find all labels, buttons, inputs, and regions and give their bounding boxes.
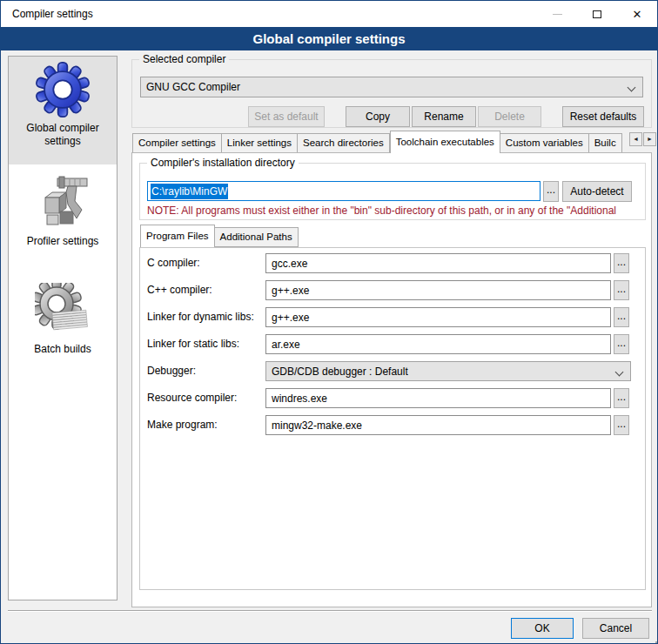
- copy-button[interactable]: Copy: [346, 106, 410, 127]
- static-linker-input[interactable]: [265, 334, 611, 354]
- reset-defaults-button[interactable]: Reset defaults: [562, 106, 644, 127]
- caliper-icon: [9, 175, 117, 233]
- dynamic-linker-input[interactable]: [265, 307, 611, 327]
- cancel-button[interactable]: Cancel: [582, 618, 649, 639]
- subtab-program-files[interactable]: Program Files: [140, 225, 215, 247]
- browse-cpp-compiler-button[interactable]: ...: [614, 280, 629, 300]
- form-row: C++ compiler: ...: [140, 280, 645, 300]
- selected-compiler-group-label: Selected compiler: [139, 53, 229, 65]
- dialog-header: Global compiler settings: [1, 27, 657, 50]
- chevron-down-icon: [615, 368, 624, 377]
- sidebar-item-label: Global compiler settings: [9, 122, 117, 148]
- tab-scroll-left-button[interactable]: ◄: [629, 132, 642, 146]
- browse-make-program-button[interactable]: ...: [614, 415, 629, 435]
- static-linker-label: Linker for static libs:: [147, 334, 264, 354]
- close-button[interactable]: ✕: [617, 1, 657, 27]
- browse-dynamic-linker-button[interactable]: ...: [614, 307, 629, 327]
- resource-compiler-input[interactable]: [265, 388, 611, 408]
- form-row: C compiler: ...: [140, 253, 645, 273]
- subtab-bar: Program Files Additional Paths: [140, 225, 299, 247]
- delete-button: Delete: [478, 106, 541, 127]
- tab-scroll-right-button[interactable]: ►: [643, 132, 656, 146]
- cpp-compiler-label: C++ compiler:: [147, 280, 264, 300]
- browse-resource-compiler-button[interactable]: ...: [614, 388, 629, 408]
- install-dir-group-label: Compiler's installation directory: [147, 157, 299, 169]
- make-program-input[interactable]: [265, 415, 611, 435]
- compiler-select-value: GNU GCC Compiler: [146, 81, 240, 93]
- toolchain-executables-panel: Compiler's installation directory C:\ray…: [131, 152, 652, 607]
- install-dir-group: Compiler's installation directory C:\ray…: [139, 163, 646, 220]
- minimize-icon: [553, 14, 562, 15]
- blue-gear-icon: [9, 62, 117, 120]
- form-row: Make program: ...: [140, 415, 645, 435]
- browse-c-compiler-button[interactable]: ...: [614, 253, 629, 273]
- maximize-icon: [593, 10, 601, 18]
- tab-bar: Compiler settings Linker settings Search…: [132, 131, 628, 153]
- tab-custom-variables[interactable]: Custom variables: [500, 133, 589, 153]
- debugger-select-value: GDB/CDB debugger : Default: [272, 366, 408, 378]
- tab-scroll-buttons: ◄ ►: [629, 132, 656, 146]
- arrow-left-icon: ◄: [633, 136, 639, 142]
- install-dir-selected-text: C:\raylib\MinGW: [151, 184, 228, 199]
- dynamic-linker-label: Linker for dynamic libs:: [147, 307, 264, 327]
- resize-grip[interactable]: [652, 638, 654, 640]
- form-row: Debugger: GDB/CDB debugger : Default: [140, 361, 645, 381]
- tab-build-options[interactable]: Builc: [589, 133, 622, 153]
- program-files-panel: C compiler: ... C++ compiler: ... Linker…: [139, 247, 646, 590]
- sidebar-item-global-compiler-settings[interactable]: Global compiler settings: [9, 57, 117, 164]
- browse-static-linker-button[interactable]: ...: [614, 334, 629, 354]
- browse-install-dir-button[interactable]: ...: [543, 181, 559, 202]
- gray-gear-stack-icon: [9, 283, 117, 341]
- c-compiler-input[interactable]: [265, 253, 611, 273]
- compiler-select[interactable]: GNU GCC Compiler: [140, 77, 643, 97]
- sidebar-item-batch-builds[interactable]: Batch builds: [9, 278, 117, 372]
- cpp-compiler-input[interactable]: [265, 280, 611, 300]
- arrow-right-icon: ►: [647, 136, 653, 142]
- selected-compiler-group: Selected compiler GNU GCC Compiler Set a…: [131, 59, 652, 128]
- form-row: Linker for dynamic libs: ...: [140, 307, 645, 327]
- tab-linker-settings[interactable]: Linker settings: [222, 133, 298, 153]
- resource-compiler-label: Resource compiler:: [147, 388, 264, 408]
- c-compiler-label: C compiler:: [147, 253, 264, 273]
- ok-button[interactable]: OK: [511, 618, 574, 639]
- minimize-button: [537, 1, 577, 27]
- caption-buttons: ✕: [537, 1, 657, 27]
- close-icon: ✕: [633, 9, 642, 20]
- rename-button[interactable]: Rename: [412, 106, 476, 127]
- maximize-button[interactable]: [577, 1, 617, 27]
- note-text: NOTE: All programs must exist either in …: [147, 205, 640, 217]
- window-title: Compiler settings: [12, 1, 93, 27]
- sidebar: Global compiler settings: [8, 56, 118, 600]
- sidebar-item-profiler-settings[interactable]: Profiler settings: [9, 170, 117, 264]
- compiler-settings-dialog: Compiler settings ✕ Global compiler sett…: [0, 0, 658, 644]
- set-as-default-button: Set as default: [248, 106, 325, 127]
- install-dir-input[interactable]: C:\raylib\MinGW: [147, 181, 540, 201]
- auto-detect-button[interactable]: Auto-detect: [562, 181, 632, 202]
- subtab-additional-paths[interactable]: Additional Paths: [215, 227, 299, 247]
- chevron-down-icon: [628, 84, 636, 92]
- sidebar-item-label: Batch builds: [9, 343, 117, 356]
- tab-search-directories[interactable]: Search directories: [298, 133, 390, 153]
- tab-compiler-settings[interactable]: Compiler settings: [132, 133, 222, 153]
- footer-separator: [8, 610, 652, 612]
- titlebar: Compiler settings ✕: [1, 1, 657, 27]
- sidebar-item-label: Profiler settings: [9, 235, 117, 248]
- make-program-label: Make program:: [147, 415, 264, 435]
- debugger-label: Debugger:: [147, 361, 264, 381]
- tab-toolchain-executables[interactable]: Toolchain executables: [390, 131, 500, 153]
- debugger-select[interactable]: GDB/CDB debugger : Default: [265, 361, 631, 381]
- form-row: Linker for static libs: ...: [140, 334, 645, 354]
- form-row: Resource compiler: ...: [140, 388, 645, 408]
